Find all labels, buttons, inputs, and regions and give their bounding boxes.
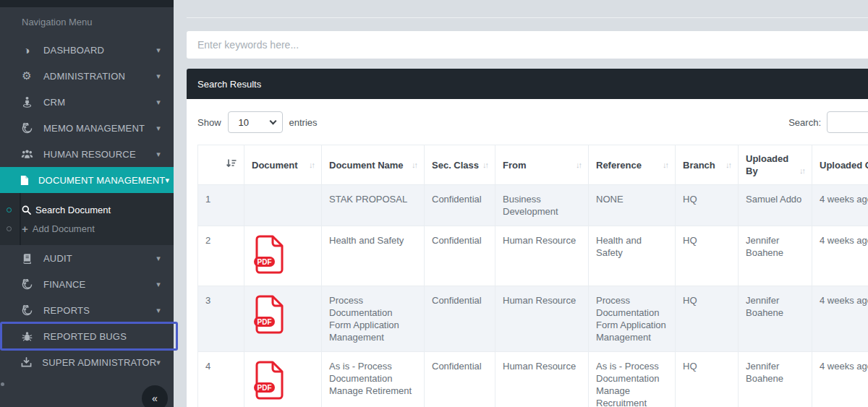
page-title-clip: Search Documents	[187, 0, 868, 7]
sidebar-item-label: ADMINISTRATION	[43, 71, 156, 82]
cell-from: Human Resource	[495, 226, 589, 286]
show-label: Show	[197, 117, 221, 128]
keyword-search-input[interactable]	[187, 31, 868, 59]
column-header-from[interactable]: From ↓↑	[495, 145, 589, 185]
caret-down-icon: ▾	[156, 98, 161, 107]
cell-index: 1	[198, 185, 244, 226]
search-results-table: Document ↓↑ Document Name ↓↑ Sec. Class …	[197, 145, 868, 407]
panel-title: Search Results	[197, 79, 261, 90]
sort-icon: ↓↑	[799, 165, 804, 177]
sidebar-item-reports[interactable]: REPORTS ▾	[0, 297, 174, 323]
sidebar-item-document-management[interactable]: DOCUMENT MANAGEMENT ▾	[0, 167, 174, 193]
column-header-reference[interactable]: Reference ↓↑	[589, 145, 676, 185]
cell-uploaded-on: 4 weeks ago	[812, 286, 868, 352]
cell-document-name: Process Documentation Form Application M…	[322, 286, 425, 352]
table-row: 1 STAK PROPOSAL Confidential Business De…	[198, 185, 868, 226]
download-icon	[20, 357, 33, 368]
book-icon	[20, 253, 34, 264]
table-search-input[interactable]	[827, 111, 868, 133]
table-row: 3 PDF Process Documentation Form Applica…	[198, 286, 868, 352]
sort-icon: ↓↑	[726, 159, 731, 171]
gear-icon: ⚙	[20, 69, 34, 82]
cell-sec-class: Confidential	[425, 185, 495, 226]
search-label: Search:	[788, 117, 821, 128]
sidebar-item-audit[interactable]: AUDIT ▾	[0, 245, 174, 271]
sort-active-icon	[226, 158, 237, 171]
caret-down-icon: ▾	[156, 124, 161, 133]
cell-uploaded-by: Jennifer Boahene	[739, 286, 812, 352]
circle-bullet-icon	[7, 226, 12, 231]
column-header-uploaded-on[interactable]: Uploaded On ↓↑	[812, 145, 868, 185]
sidebar-item-dashboard[interactable]: ◑ DASHBOARD ▾	[0, 37, 174, 63]
pdf-file-icon[interactable]: PDF	[253, 360, 285, 403]
column-header-document[interactable]: Document ↓↑	[244, 145, 322, 185]
submenu-item-search-document[interactable]: Search Document	[0, 200, 174, 219]
sidebar-item-label: AUDIT	[43, 253, 156, 264]
column-label: Uploaded By	[746, 153, 796, 177]
caret-down-icon: ▾	[156, 254, 161, 263]
pdf-badge-label: PDF	[258, 318, 272, 326]
sort-icon: ↓↑	[576, 159, 581, 171]
cell-document: PDF	[244, 286, 322, 352]
document-management-submenu: Search Document + Add Document	[0, 193, 174, 245]
sidebar-item-memo-management[interactable]: MEMO MANAGEMENT ▾	[0, 115, 174, 141]
sidebar-item-label: CRM	[43, 97, 156, 108]
cell-document	[244, 185, 322, 226]
caret-down-icon: ▾	[156, 358, 161, 367]
cell-document-name: STAK PROPOSAL	[322, 185, 425, 226]
column-label: Sec. Class	[432, 159, 479, 171]
sidebar-item-administration[interactable]: ⚙ ADMINISTRATION ▾	[0, 63, 174, 89]
page-size-select-wrap: 10	[228, 111, 283, 133]
file-icon	[20, 175, 29, 186]
caret-down-icon: ▾	[156, 46, 161, 55]
sidebar-collapse-button[interactable]: «	[142, 385, 168, 407]
spiral-icon	[20, 279, 34, 290]
sidebar: Navigation Menu ◑ DASHBOARD ▾ ⚙ ADMINIST…	[0, 0, 174, 407]
cell-uploaded-on: 4 weeks ago	[812, 226, 868, 286]
cell-uploaded-by: Jennifer Boahene	[739, 226, 812, 286]
sidebar-item-human-resource[interactable]: HUMAN RESOURCE ▾	[0, 141, 174, 167]
caret-down-icon: ▾	[156, 150, 161, 159]
sidebar-item-label: REPORTED BUGS	[43, 331, 161, 342]
pdf-file-icon[interactable]: PDF	[253, 294, 285, 338]
pdf-file-icon[interactable]: PDF	[253, 234, 285, 278]
page-title: Search Documents	[187, 0, 868, 4]
cell-uploaded-on: 4 weeks ago	[812, 352, 868, 407]
column-label: From	[503, 159, 527, 171]
column-header-index[interactable]	[198, 145, 244, 185]
cell-branch: HQ	[676, 286, 739, 352]
sort-icon: ↓↑	[309, 159, 314, 171]
search-icon	[22, 205, 31, 215]
search-results-panel: Search Results Show 10 entries Search:	[187, 69, 868, 407]
sidebar-item-crm[interactable]: CRM ▾	[0, 89, 174, 115]
caret-down-icon: ▾	[156, 306, 161, 315]
column-label: Branch	[683, 159, 715, 171]
spiral-icon	[20, 123, 34, 134]
column-header-branch[interactable]: Branch ↓↑	[676, 145, 739, 185]
panel-body: Show 10 entries Search:	[187, 99, 868, 407]
sidebar-item-label: REPORTS	[43, 305, 156, 316]
submenu-item-add-document[interactable]: + Add Document	[0, 219, 174, 238]
title-divider	[187, 17, 868, 18]
column-label: Uploaded On	[820, 159, 868, 171]
sidebar-item-reported-bugs[interactable]: REPORTED BUGS	[0, 323, 174, 349]
sidebar-item-finance[interactable]: FINANCE ▾	[0, 271, 174, 297]
sidebar-item-super-administrator[interactable]: SUPER ADMINISTRATOR ▾	[0, 349, 174, 375]
cell-index: 4	[198, 352, 244, 407]
column-header-sec-class[interactable]: Sec. Class ↓↑	[425, 145, 495, 185]
column-header-uploaded-by[interactable]: Uploaded By ↓↑	[739, 145, 812, 185]
page-size-control: Show 10 entries	[197, 111, 318, 133]
column-header-document-name[interactable]: Document Name ↓↑	[322, 145, 425, 185]
sort-icon: ↓↑	[482, 159, 488, 171]
column-label: Document	[252, 159, 298, 171]
cell-uploaded-on: 4 weeks ago	[812, 185, 868, 226]
cell-index: 2	[198, 226, 244, 286]
caret-down-icon: ▾	[156, 280, 161, 289]
cell-reference: Process Documentation Form Application M…	[589, 286, 676, 352]
sidebar-heading: Navigation Menu	[0, 7, 174, 37]
cell-index: 3	[198, 286, 244, 352]
sidebar-item-label: HUMAN RESOURCE	[43, 149, 156, 160]
submenu-item-label: Add Document	[33, 223, 95, 234]
sort-icon: ↓↑	[663, 159, 668, 171]
page-size-select[interactable]: 10	[228, 111, 283, 133]
